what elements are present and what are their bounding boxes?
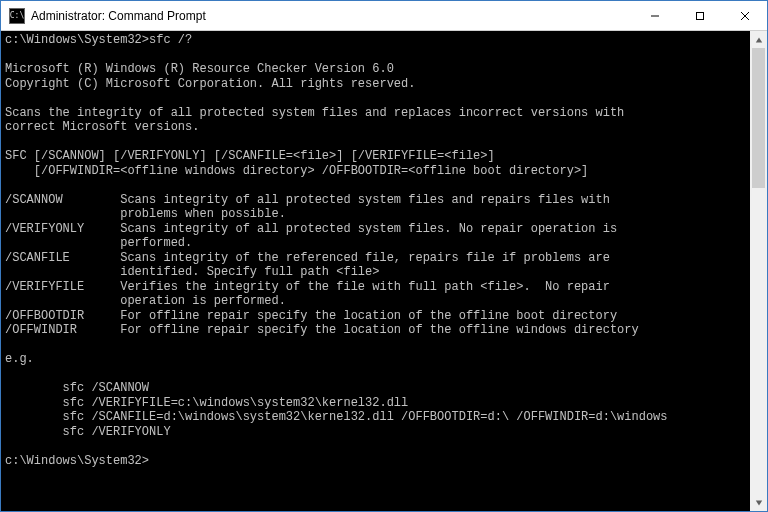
scroll-thumb[interactable] xyxy=(752,48,765,188)
output-line: [/OFFWINDIR=<offline windows directory> … xyxy=(5,164,588,178)
output-line: sfc /SCANFILE=d:\windows\system32\kernel… xyxy=(5,410,668,424)
scroll-down-button[interactable] xyxy=(750,494,767,511)
output-line: sfc /VERIFYFILE=c:\windows\system32\kern… xyxy=(5,396,408,410)
output-line: c:\Windows\System32>sfc /? xyxy=(5,33,192,47)
svg-rect-1 xyxy=(696,12,703,19)
output-line: performed. xyxy=(5,236,192,250)
vertical-scrollbar[interactable] xyxy=(750,31,767,511)
output-line: correct Microsoft versions. xyxy=(5,120,199,134)
scroll-up-button[interactable] xyxy=(750,31,767,48)
output-line: /OFFBOOTDIR For offline repair specify t… xyxy=(5,309,617,323)
scroll-track[interactable] xyxy=(750,48,767,494)
output-line: Copyright (C) Microsoft Corporation. All… xyxy=(5,77,415,91)
output-line: SFC [/SCANNOW] [/VERIFYONLY] [/SCANFILE=… xyxy=(5,149,495,163)
svg-marker-4 xyxy=(755,37,761,42)
cmd-window: C:\ Administrator: Command Prompt c:\Win… xyxy=(0,0,768,512)
output-line: sfc /VERIFYONLY xyxy=(5,425,171,439)
output-line: /VERIFYONLY Scans integrity of all prote… xyxy=(5,222,617,236)
window-controls xyxy=(632,1,767,30)
output-line: identified. Specify full path <file> xyxy=(5,265,379,279)
output-line: /SCANNOW Scans integrity of all protecte… xyxy=(5,193,610,207)
output-line: /VERIFYFILE Verifies the integrity of th… xyxy=(5,280,610,294)
output-line: Scans the integrity of all protected sys… xyxy=(5,106,624,120)
svg-marker-5 xyxy=(755,500,761,505)
minimize-button[interactable] xyxy=(632,1,677,30)
output-line: Microsoft (R) Windows (R) Resource Check… xyxy=(5,62,394,76)
client-area: c:\Windows\System32>sfc /? Microsoft (R)… xyxy=(1,31,767,511)
titlebar[interactable]: C:\ Administrator: Command Prompt xyxy=(1,1,767,31)
output-line: e.g. xyxy=(5,352,34,366)
output-line: /OFFWINDIR For offline repair specify th… xyxy=(5,323,639,337)
maximize-button[interactable] xyxy=(677,1,722,30)
cmd-icon: C:\ xyxy=(9,8,25,24)
prompt-line: c:\Windows\System32> xyxy=(5,454,149,468)
close-button[interactable] xyxy=(722,1,767,30)
output-line: sfc /SCANNOW xyxy=(5,381,149,395)
output-line: problems when possible. xyxy=(5,207,286,221)
terminal-output[interactable]: c:\Windows\System32>sfc /? Microsoft (R)… xyxy=(1,31,750,511)
output-line: operation is performed. xyxy=(5,294,286,308)
output-line: /SCANFILE Scans integrity of the referen… xyxy=(5,251,610,265)
window-title: Administrator: Command Prompt xyxy=(31,9,632,23)
